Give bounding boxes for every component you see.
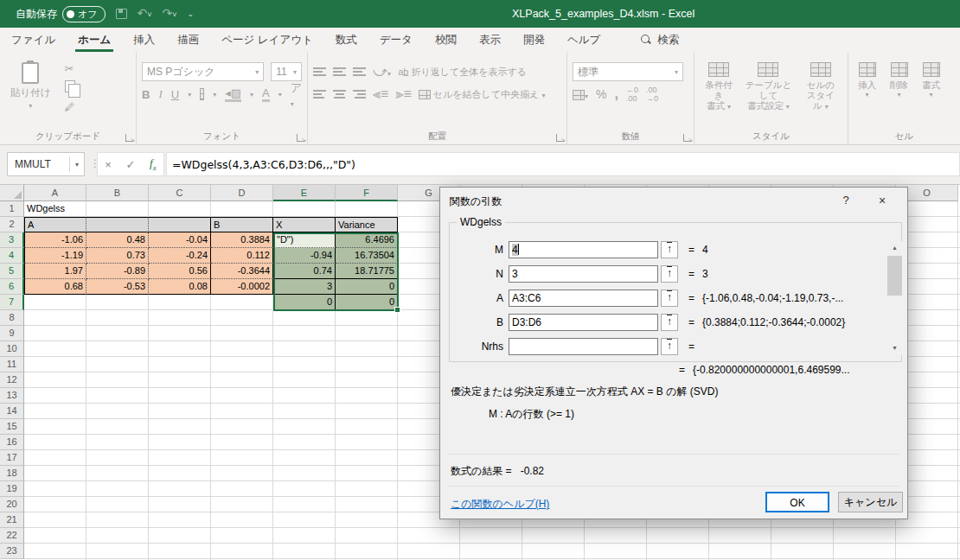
- cell-F6[interactable]: 0: [336, 279, 398, 295]
- row-header-6[interactable]: 6: [0, 279, 24, 295]
- function-help-link[interactable]: この関数のヘルプ(H): [451, 497, 549, 512]
- cell-B2[interactable]: [86, 217, 149, 232]
- qat-customize-icon[interactable]: ⌄: [188, 10, 195, 18]
- column-header-E[interactable]: E: [273, 185, 336, 201]
- tab-描画[interactable]: 描画: [166, 28, 210, 52]
- tab-ファイル[interactable]: ファイル: [0, 28, 67, 52]
- column-header-A[interactable]: A: [24, 185, 86, 201]
- cell-A3[interactable]: -1.06: [24, 232, 86, 248]
- row-header-11[interactable]: 11: [0, 357, 24, 372]
- dialog-close-icon[interactable]: ×: [869, 191, 895, 210]
- row-header-7[interactable]: 7: [0, 295, 24, 310]
- cells-button-挿入[interactable]: 挿入▾: [854, 62, 880, 100]
- dialog-scrollbar[interactable]: ▲ ▼: [887, 241, 902, 355]
- formula-input[interactable]: =WDgelss(4,3,A3:C6,D3:D6,,,"D"): [166, 152, 960, 176]
- row-header-2[interactable]: 2: [0, 217, 24, 232]
- row-header-16[interactable]: 16: [0, 435, 24, 450]
- cell-A2[interactable]: A: [24, 217, 86, 232]
- row-header-12[interactable]: 12: [0, 372, 24, 388]
- range-selector-icon-Nrhs[interactable]: ↑: [661, 338, 678, 355]
- range-selector-icon-A[interactable]: ↑: [661, 290, 678, 307]
- align-left-icon[interactable]: [313, 90, 326, 99]
- scroll-up-icon[interactable]: ▲: [887, 241, 902, 255]
- cell-F2[interactable]: Variance: [336, 217, 398, 232]
- scroll-down-icon[interactable]: ▼: [887, 341, 902, 355]
- cell-B3[interactable]: 0.48: [86, 232, 149, 248]
- search-box[interactable]: 検索: [641, 28, 679, 52]
- range-selector-icon-M[interactable]: ↑: [661, 241, 678, 258]
- cell-E7[interactable]: 0: [273, 295, 336, 310]
- cell-F4[interactable]: 16.73504: [336, 248, 398, 264]
- cell-F5[interactable]: 18.71775: [336, 264, 398, 279]
- column-header-C[interactable]: C: [149, 185, 211, 201]
- tab-ホーム[interactable]: ホーム: [67, 28, 122, 52]
- style-button-2[interactable]: セルのスタイル ▾: [799, 62, 842, 112]
- dialog-help-icon[interactable]: ?: [838, 193, 854, 208]
- font-color-icon[interactable]: A: [262, 86, 270, 102]
- align-center-icon[interactable]: [333, 90, 346, 99]
- italic-button[interactable]: I: [158, 87, 162, 101]
- insert-function-icon[interactable]: fx: [150, 156, 157, 172]
- alignment-dialog-launcher-icon[interactable]: [556, 134, 564, 142]
- row-header-4[interactable]: 4: [0, 248, 24, 264]
- cell-D6[interactable]: -0.0002: [211, 279, 273, 295]
- number-format-select[interactable]: 標準▾: [573, 62, 683, 81]
- autosave-toggle[interactable]: 自動保存 オフ: [16, 6, 106, 22]
- align-bottom-icon[interactable]: [353, 67, 366, 76]
- comma-style-button[interactable]: ,: [614, 86, 618, 102]
- fill-handle[interactable]: [394, 307, 400, 313]
- cell-D4[interactable]: 0.112: [211, 248, 273, 264]
- row-header-13[interactable]: 13: [0, 388, 24, 404]
- cell-D5[interactable]: -0.3644: [211, 264, 273, 279]
- tab-ページ レイアウト[interactable]: ページ レイアウト: [210, 28, 324, 52]
- row-header-15[interactable]: 15: [0, 419, 24, 435]
- redo-icon[interactable]: ↷˅: [163, 7, 177, 21]
- fill-color-icon[interactable]: ◂▨: [225, 86, 241, 102]
- cell-A1[interactable]: WDgelss: [24, 201, 86, 217]
- clipboard-dialog-launcher-icon[interactable]: [125, 134, 133, 142]
- align-top-icon[interactable]: [313, 67, 326, 76]
- borders-icon[interactable]: [200, 88, 204, 100]
- cell-B5[interactable]: -0.89: [86, 264, 149, 279]
- column-header-D[interactable]: D: [211, 185, 273, 201]
- font-dialog-launcher-icon[interactable]: [297, 134, 304, 142]
- range-selector-icon-N[interactable]: ↑: [661, 265, 678, 283]
- cell-C6[interactable]: 0.08: [149, 279, 211, 295]
- increase-indent-icon[interactable]: ⫸≡: [395, 86, 411, 102]
- column-header-F[interactable]: F: [336, 185, 398, 201]
- underline-button[interactable]: U: [171, 88, 179, 101]
- save-icon[interactable]: [116, 9, 127, 19]
- copy-icon[interactable]: ▾: [65, 80, 79, 96]
- row-header-8[interactable]: 8: [0, 310, 24, 326]
- argument-input-Nrhs[interactable]: [509, 338, 658, 355]
- dialog-title-bar[interactable]: 関数の引数 ? ×: [440, 188, 907, 213]
- cell-A5[interactable]: 1.97: [24, 264, 86, 279]
- cell-C3[interactable]: -0.04: [149, 232, 211, 248]
- cancel-entry-icon[interactable]: ×: [105, 158, 112, 171]
- number-dialog-launcher-icon[interactable]: [683, 134, 691, 142]
- percent-style-button[interactable]: %: [596, 87, 606, 101]
- tab-数式[interactable]: 数式: [324, 28, 368, 52]
- row-header-1[interactable]: 1: [0, 201, 24, 217]
- style-button-1[interactable]: テーブルとして書式設定 ▾: [738, 62, 799, 112]
- tab-校閲[interactable]: 校閲: [424, 28, 468, 52]
- cell-E2[interactable]: X: [273, 217, 336, 232]
- enter-entry-icon[interactable]: ✓: [126, 158, 136, 171]
- argument-input-A[interactable]: A3:C6: [509, 290, 658, 307]
- name-box[interactable]: MMULT ▾: [7, 152, 85, 176]
- cut-icon[interactable]: ✂: [65, 62, 79, 75]
- orientation-icon[interactable]: ⤻▾: [373, 64, 391, 80]
- select-all-corner[interactable]: [0, 185, 24, 201]
- cancel-button[interactable]: キャンセル: [838, 492, 903, 512]
- ok-button[interactable]: OK: [765, 492, 829, 512]
- row-header-5[interactable]: 5: [0, 264, 24, 279]
- cell-E5[interactable]: 0.74: [273, 264, 336, 279]
- cell-B4[interactable]: 0.73: [86, 248, 149, 264]
- row-header-10[interactable]: 10: [0, 341, 24, 357]
- undo-icon[interactable]: ↶˅: [138, 7, 152, 21]
- row-header-20[interactable]: 20: [0, 497, 24, 512]
- align-middle-icon[interactable]: [333, 67, 346, 76]
- align-right-icon[interactable]: [353, 90, 366, 99]
- argument-input-B[interactable]: D3:D6: [509, 314, 658, 331]
- row-header-3[interactable]: 3: [0, 232, 24, 248]
